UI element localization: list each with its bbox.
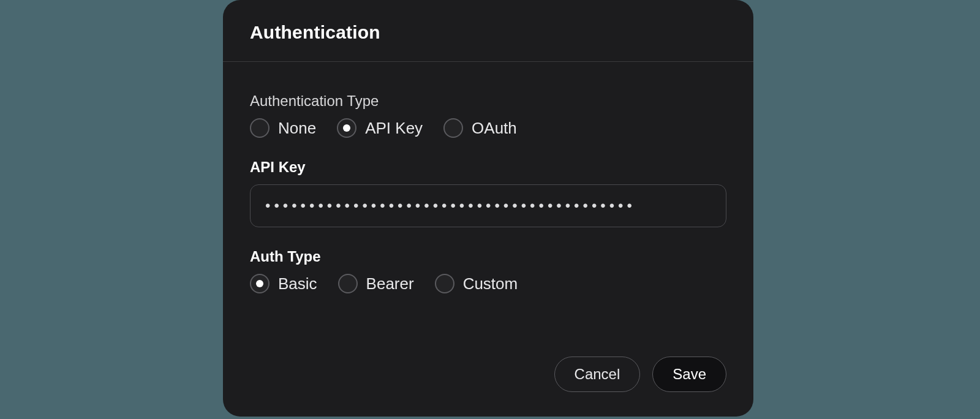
save-button[interactable]: Save <box>652 357 726 392</box>
radio-icon <box>435 274 454 293</box>
radio-label: Custom <box>463 274 518 293</box>
cancel-button[interactable]: Cancel <box>554 357 641 392</box>
dialog-header: Authentication <box>223 0 753 62</box>
radio-subauth-custom[interactable]: Custom <box>435 274 518 293</box>
radio-auth-api-key[interactable]: API Key <box>337 118 423 138</box>
radio-label: Bearer <box>366 274 414 293</box>
radio-label: API Key <box>365 119 423 138</box>
radio-subauth-basic[interactable]: Basic <box>250 274 317 293</box>
radio-icon <box>250 274 270 293</box>
dialog-body: Authentication Type None API Key OAuth A… <box>223 62 753 357</box>
authentication-type-label: Authentication Type <box>250 92 726 110</box>
auth-subtype-label: Auth Type <box>250 248 726 265</box>
radio-icon <box>337 118 356 138</box>
authentication-type-group: Authentication Type None API Key OAuth <box>250 92 726 138</box>
radio-label: None <box>278 119 316 138</box>
radio-icon <box>250 118 270 138</box>
radio-auth-oauth[interactable]: OAuth <box>443 118 517 138</box>
auth-subtype-options: Basic Bearer Custom <box>250 274 726 293</box>
radio-icon <box>443 118 463 138</box>
api-key-group: API Key <box>250 159 726 227</box>
radio-icon <box>338 274 358 293</box>
radio-label: OAuth <box>472 119 517 138</box>
dialog-title: Authentication <box>250 22 726 43</box>
dialog-footer: Cancel Save <box>223 357 753 417</box>
authentication-type-options: None API Key OAuth <box>250 118 726 138</box>
radio-subauth-bearer[interactable]: Bearer <box>338 274 414 293</box>
auth-subtype-group: Auth Type Basic Bearer Custom <box>250 248 726 293</box>
api-key-label: API Key <box>250 159 726 176</box>
authentication-dialog: Authentication Authentication Type None … <box>223 0 753 417</box>
radio-label: Basic <box>278 274 317 293</box>
api-key-input[interactable] <box>250 184 726 227</box>
radio-auth-none[interactable]: None <box>250 118 316 138</box>
